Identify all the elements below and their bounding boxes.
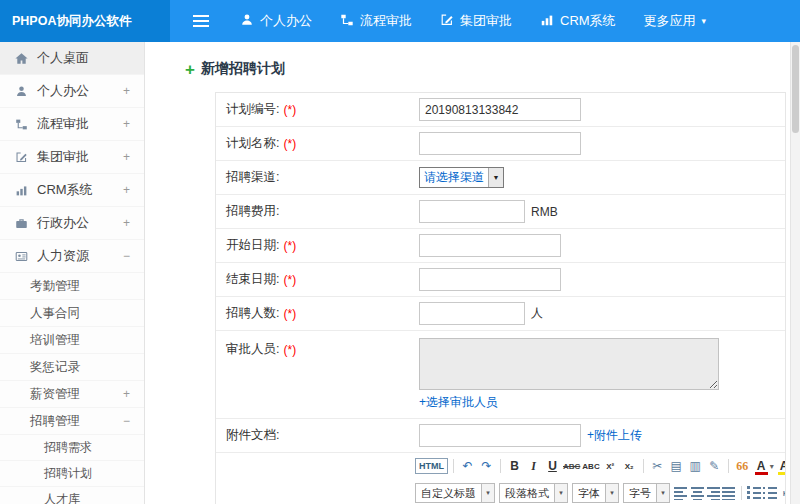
ordered-list-icon[interactable] [747,486,761,500]
editor-toolbar-row2: 自定义标题 ▾ 段落格式 ▾ 字体 ▾ [411,479,785,504]
rich-text-editor: HTML ↶ ↷ B I [411,453,785,504]
html-source-button[interactable]: HTML [415,458,448,474]
sidebar-item-personal-office[interactable]: 个人办公 + [0,75,144,108]
sidebar-item-label: 招聘管理 [30,413,80,430]
paste-icon[interactable]: ▥ [687,457,704,475]
align-justify-icon[interactable] [722,486,736,500]
field-label: 结束日期: [226,271,279,288]
plus-icon: + [185,61,195,78]
scrollbar-thumb[interactable] [792,45,799,133]
copy-icon[interactable]: ▤ [668,457,685,475]
font-size-dropdown[interactable]: 字号 ▾ [623,483,670,503]
font-color-icon[interactable]: A [753,457,770,475]
vertical-scrollbar[interactable] [790,42,800,504]
sidebar-item-reward-punishment[interactable]: 奖惩记录 [0,354,144,381]
channel-select[interactable]: 请选择渠道 ▼ [419,167,504,188]
expand-icon: + [123,150,130,164]
page-title: + 新增招聘计划 [185,60,786,78]
plan-name-input[interactable] [419,132,581,155]
form-row-plan-name: 计划名称: (*) [216,127,785,161]
nav-personal-office[interactable]: 个人办公 [226,0,326,42]
plan-number-input[interactable] [419,98,581,121]
align-right-icon[interactable] [706,486,720,500]
subscript-icon[interactable]: X₂ [621,457,638,475]
cut-icon[interactable]: ✂ [649,457,666,475]
nav-workflow-approval[interactable]: 流程审批 [326,0,426,42]
sidebar-item-hr-contract[interactable]: 人事合同 [0,300,144,327]
field-label: 招聘费用: [226,203,279,220]
font-color-caret-icon[interactable]: ▾ [770,462,774,471]
sidebar-item-admin-office[interactable]: 行政办公 + [0,207,144,240]
unordered-list-icon[interactable] [763,486,777,500]
sidebar-item-crm-system[interactable]: CRM系统 + [0,174,144,207]
editor-toolbar-row1: HTML ↶ ↷ B I [411,453,785,479]
field-label: 附件文档: [226,427,279,444]
sidebar-item-workflow-approval[interactable]: 流程审批 + [0,108,144,141]
sidebar-item-personal-desktop[interactable]: 个人桌面 [0,42,144,75]
sidebar: 个人桌面 个人办公 + 流程审批 + 集团审批 + [0,42,145,504]
attachment-upload-link[interactable]: +附件上传 [587,427,642,444]
sidebar-item-label: CRM系统 [37,181,93,199]
flow-icon [340,13,354,30]
strikethrough-icon[interactable]: ABC [563,457,580,475]
blockquote-icon[interactable]: 66 [734,457,751,475]
chevron-down-icon: ▾ [656,484,669,502]
sidebar-item-group-approval[interactable]: 集团审批 + [0,141,144,174]
paragraph-format-dropdown[interactable]: 段落格式 ▾ [499,483,568,503]
redo-icon[interactable]: ↷ [478,457,495,475]
sidebar-item-recruit-demand[interactable]: 招聘需求 [0,435,144,461]
sidebar-item-label: 行政办公 [37,214,89,232]
align-left-icon[interactable] [674,486,688,500]
remove-format-icon[interactable]: ABC [582,457,599,475]
approver-textarea[interactable] [419,338,719,390]
page-title-text: 新增招聘计划 [201,60,285,78]
format-brush-icon[interactable]: ✎ [706,457,723,475]
sidebar-item-label: 流程审批 [37,115,89,133]
sidebar-item-label: 人力资源 [37,247,89,265]
sidebar-item-recruit-plan[interactable]: 招聘计划 [0,461,144,487]
required-mark: (*) [283,239,296,253]
sidebar-item-human-resources[interactable]: 人力资源 − [0,240,144,273]
nav-label: CRM系统 [560,12,616,30]
person-icon [14,85,29,98]
sidebar-item-recruit-management[interactable]: 招聘管理 − [0,408,144,435]
sidebar-item-talent-pool[interactable]: 人才库 [0,487,144,504]
outdent-icon[interactable]: ⇤ [779,484,785,502]
sidebar-item-training[interactable]: 培训管理 [0,327,144,354]
expand-icon: + [123,216,130,230]
start-date-input[interactable] [419,234,561,257]
bar-chart-icon [14,184,29,197]
bold-icon[interactable]: B [506,457,523,475]
main-content: + 新增招聘计划 计划编号: (*) 计划名称: (*) [145,42,800,504]
nav-crm-system[interactable]: CRM系统 [526,0,630,42]
select-approver-link[interactable]: +选择审批人员 [419,394,498,411]
separator [728,459,729,473]
sidebar-item-salary[interactable]: 薪资管理 + [0,381,144,408]
sidebar-item-attendance[interactable]: 考勤管理 [0,273,144,300]
underline-icon[interactable]: U [544,457,561,475]
nav-group-approval[interactable]: 集团审批 [426,0,526,42]
form-row-editor: HTML ↶ ↷ B I [216,453,785,504]
font-family-dropdown[interactable]: 字体 ▾ [572,483,619,503]
expand-icon: + [123,117,130,131]
sidebar-item-label: 个人桌面 [37,49,89,67]
heading-style-dropdown[interactable]: 自定义标题 ▾ [415,483,495,503]
collapse-icon: − [123,414,130,428]
nav-more-apps[interactable]: 更多应用 ▾ [630,0,721,42]
attachment-input[interactable] [419,424,581,447]
briefcase-icon [14,217,29,230]
headcount-input[interactable] [419,302,525,325]
undo-icon[interactable]: ↶ [459,457,476,475]
expand-icon: + [123,84,130,98]
align-center-icon[interactable] [690,486,704,500]
required-mark: (*) [283,343,296,357]
separator [741,486,742,500]
end-date-input[interactable] [419,268,561,291]
fee-unit-label: RMB [531,205,558,219]
required-mark: (*) [283,273,296,287]
hamburger-menu-icon[interactable] [170,14,226,28]
italic-icon[interactable]: I [525,457,542,475]
back-color-icon[interactable]: A [776,457,785,475]
fee-input[interactable] [419,200,525,223]
superscript-icon[interactable]: X² [602,457,619,475]
